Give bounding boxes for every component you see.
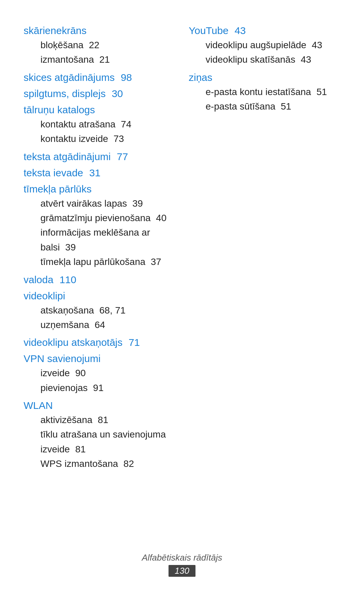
- index-subitem: bloķēšana22: [24, 38, 172, 52]
- index-section-videoklipu-atskanotagjs: videoklipu atskaņotājs71: [24, 337, 172, 348]
- index-section-wlan: WLAN aktivizēšana81 tīklu atrašana un sa…: [24, 400, 172, 471]
- left-column: skārienekrāns bloķēšana22 izmantošana21 …: [24, 20, 182, 474]
- index-subitem: kontaktu izveide73: [24, 131, 172, 146]
- index-heading-number: 31: [89, 167, 100, 178]
- index-heading: YouTube: [189, 25, 229, 36]
- index-subitem: uzņemšana64: [24, 318, 172, 332]
- index-subitem: atvērt vairākas lapas39: [24, 196, 172, 211]
- index-heading: valoda: [24, 274, 53, 285]
- index-subitem: kontaktu atrašana74: [24, 117, 172, 131]
- index-subitem: tīklu atrašana un savienojuma izveide81: [24, 427, 172, 456]
- right-column: YouTube43 videoklipu augšupielāde43 vide…: [182, 20, 340, 474]
- index-heading-number: 30: [112, 88, 123, 99]
- index-heading: VPN savienojumi: [24, 353, 100, 364]
- index-subitem: e-pasta sūtīšana51: [189, 99, 340, 114]
- index-subitem: izmantošana21: [24, 52, 172, 67]
- index-subitem: WPS izmantošana82: [24, 456, 172, 471]
- index-subitem: informācijas meklēšana ar balsi39: [24, 225, 172, 255]
- index-heading: teksta ievade: [24, 167, 83, 178]
- index-heading-number: 77: [117, 151, 128, 162]
- index-section-spilgtums: spilgtums, displejs30: [24, 88, 172, 99]
- index-section-timekla: tīmekļa pārlūks atvērt vairākas lapas39 …: [24, 183, 172, 269]
- index-heading-number: 71: [129, 337, 140, 348]
- index-section-teksta-atgadinajumi: teksta atgādinājumi77: [24, 151, 172, 162]
- index-heading: WLAN: [24, 400, 53, 411]
- index-subitem: izveide90: [24, 366, 172, 380]
- index-section-talrunu: tālruņu katalogs kontaktu atrašana74 kon…: [24, 104, 172, 146]
- index-heading-number: 43: [235, 25, 246, 36]
- footer-label: Alfabētiskais rādītājs: [0, 553, 364, 563]
- index-heading: videoklipu atskaņotājs: [24, 337, 123, 348]
- footer: Alfabētiskais rādītājs 130: [0, 553, 364, 577]
- index-section-skarienekrans: skārienekrāns bloķēšana22 izmantošana21: [24, 25, 172, 67]
- index-section-videoklipi: videoklipi atskaņošana68, 71 uzņemšana64: [24, 290, 172, 332]
- index-subitem: pievienojas91: [24, 381, 172, 395]
- index-section-zinas: ziņas e-pasta kontu iestatīšana51 e-past…: [189, 72, 340, 114]
- index-heading: skices atgādinājums: [24, 72, 115, 83]
- index-section-skices: skices atgādinājums98: [24, 72, 172, 83]
- index-heading: ziņas: [189, 72, 212, 83]
- index-subitem: grāmatzīmju pievienošana40: [24, 211, 172, 225]
- index-heading: tālruņu katalogs: [24, 104, 95, 115]
- index-heading: teksta atgādinājumi: [24, 151, 111, 162]
- index-subitem: e-pasta kontu iestatīšana51: [189, 85, 340, 99]
- index-heading: videoklipi: [24, 290, 65, 301]
- index-subitem: aktivizēšana81: [24, 413, 172, 427]
- index-section-vpn: VPN savienojumi izveide90 pievienojas91: [24, 353, 172, 395]
- index-subitem: videoklipu skatīšanās43: [189, 52, 340, 67]
- index-heading: tīmekļa pārlūks: [24, 183, 92, 195]
- index-section-youtube: YouTube43 videoklipu augšupielāde43 vide…: [189, 25, 340, 67]
- index-heading-number: 110: [59, 274, 76, 285]
- index-heading: skārienekrāns: [24, 25, 87, 36]
- index-subitem: videoklipu augšupielāde43: [189, 38, 340, 52]
- index-heading: spilgtums, displejs: [24, 88, 105, 99]
- index-heading-number: 98: [121, 72, 132, 83]
- index-section-teksta-ievade: teksta ievade31: [24, 167, 172, 179]
- footer-page-number: 130: [169, 565, 195, 577]
- index-subitem: atskaņošana68, 71: [24, 303, 172, 318]
- index-subitem: tīmekļa lapu pārlūkošana37: [24, 255, 172, 269]
- index-section-valoda: valoda110: [24, 274, 172, 286]
